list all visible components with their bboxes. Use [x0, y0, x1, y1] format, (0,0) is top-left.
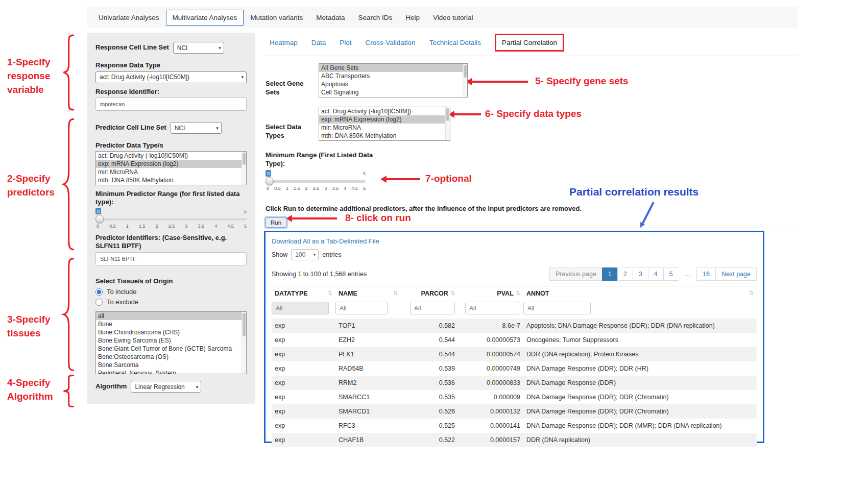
listbox-option[interactable]: mth: DNA 850K Methylation: [319, 132, 450, 140]
listbox-option[interactable]: Bone:Ewing Sarcoma (ES): [96, 336, 246, 345]
sort-icon[interactable]: ⇅: [450, 290, 455, 297]
listbox-option[interactable]: act: Drug Activity (-log10[IC50M]): [319, 107, 450, 115]
pagination-button[interactable]: 5: [663, 267, 679, 281]
scrollbar-thumb[interactable]: [464, 65, 467, 78]
column-filter-input[interactable]: [272, 302, 329, 314]
listbox-option[interactable]: mir: MicroRNA: [96, 168, 246, 176]
pagination-button[interactable]: 2: [617, 267, 633, 281]
result-tab[interactable]: Heatmap: [270, 39, 298, 46]
slider-value-badge: 0: [95, 208, 101, 214]
scrollbar-thumb[interactable]: [243, 313, 246, 336]
nav-tab[interactable]: Help: [399, 10, 426, 26]
result-tab[interactable]: Technical Details: [429, 39, 481, 46]
listbox-option[interactable]: Cell Signaling: [319, 88, 467, 96]
slider-track[interactable]: [95, 218, 247, 221]
nav-tab[interactable]: Univariate Analyses: [92, 10, 166, 26]
nav-tab[interactable]: Video tutorial: [426, 10, 480, 26]
slider-tick-label: 1: [126, 224, 129, 229]
listbox-option[interactable]: Bone:Giant Cell Tumor of Bone (GCTB) Sar…: [96, 345, 246, 353]
result-tab[interactable]: Plot: [340, 39, 351, 46]
scrollbar[interactable]: [463, 64, 467, 97]
column-header[interactable]: ⇅ DATATYPE: [272, 286, 335, 301]
sort-icon[interactable]: ⇅: [328, 290, 332, 297]
run-button[interactable]: Run: [266, 217, 286, 228]
slider-handle[interactable]: [95, 215, 104, 223]
column-header[interactable]: ⇅ NAME: [335, 286, 401, 301]
nav-tab[interactable]: Metadata: [309, 10, 351, 26]
pagination-button[interactable]: Previous page: [549, 267, 602, 281]
predictor-identifiers-label: Predictor Identifiers: (Case-Sensitive, …: [95, 234, 247, 251]
listbox-option[interactable]: Peripheral_Nervous_System: [96, 369, 246, 374]
column-header-label: DATATYPE: [275, 290, 308, 297]
listbox-option[interactable]: all: [96, 312, 246, 320]
pagination-button[interactable]: 4: [648, 267, 664, 281]
column-filter-input[interactable]: [465, 302, 520, 314]
sort-icon[interactable]: ⇅: [393, 290, 398, 297]
listbox-option[interactable]: exp: mRNA Expression (log2): [319, 115, 450, 124]
annotation-algorithm: 4-Specify Algorithm: [7, 376, 53, 403]
pagination-button[interactable]: 1: [602, 267, 618, 281]
app-window: Univariate Analyses Multivariate Analyse…: [0, 0, 868, 488]
sort-icon[interactable]: ⇅: [749, 290, 754, 297]
listbox-option[interactable]: exp: mRNA Expression (log2): [96, 160, 246, 168]
select-value: NCI: [177, 44, 188, 52]
page-size-select[interactable]: 100 ▾: [291, 249, 319, 260]
pagination-button[interactable]: Next page: [715, 267, 757, 281]
slider-max-label: 5: [244, 208, 247, 214]
listbox-option[interactable]: ABC Transporters: [319, 72, 467, 80]
radio-icon[interactable]: [95, 288, 103, 296]
nav-tab[interactable]: Mutation variants: [244, 10, 309, 26]
scrollbar[interactable]: [242, 312, 246, 374]
listbox-option[interactable]: Apoptosis: [319, 80, 467, 88]
pagination-button[interactable]: 16: [696, 267, 716, 281]
cell-pval: 0.0000141: [458, 419, 523, 433]
listbox-option[interactable]: act: Drug Activity (-log10[IC50M]): [96, 152, 246, 160]
listbox-option[interactable]: mir: MicroRNA: [319, 124, 450, 132]
slider-handle[interactable]: [266, 177, 274, 185]
min-range-label: Minimum Range (First Listed Data Type):: [266, 151, 375, 168]
pagination-button[interactable]: …: [679, 267, 697, 281]
result-tab[interactable]: Cross-Validation: [366, 39, 416, 46]
listbox-option[interactable]: Bone:Osteosarcoma (OS): [96, 353, 246, 361]
scrollbar[interactable]: [445, 107, 450, 140]
column-header[interactable]: ⇅ PARCOR: [401, 286, 458, 301]
nav-tab[interactable]: Search IDs: [351, 10, 399, 26]
listbox-option[interactable]: mth: DNA 850K Methylation: [96, 176, 246, 184]
chevron-down-icon: ▾: [216, 126, 219, 131]
response-data-type-select[interactable]: act: Drug Activity (-log10[IC50M]) ▾: [95, 71, 247, 83]
nav-tab[interactable]: Multivariate Analyses: [166, 10, 244, 26]
pagination-button[interactable]: 3: [633, 267, 648, 281]
result-tab[interactable]: Data: [311, 39, 326, 46]
download-link[interactable]: Download All as a Tab-Delimited File: [272, 237, 379, 245]
slider-tick-label: 5: [363, 186, 366, 191]
column-filter-input[interactable]: [410, 302, 455, 314]
tissue-radio-option[interactable]: To include: [95, 288, 247, 296]
predictor-data-types-listbox: act: Drug Activity (-log10[IC50M]) exp: …: [95, 151, 247, 185]
scrollbar-thumb[interactable]: [446, 108, 449, 121]
column-filter-input[interactable]: [335, 302, 388, 314]
slider-track[interactable]: [266, 180, 366, 183]
algorithm-select[interactable]: Linear Regression ▾: [131, 381, 201, 393]
tissue-radio-option[interactable]: To exclude: [95, 298, 247, 306]
radio-icon[interactable]: [95, 299, 103, 306]
predictor-cell-line-set-select[interactable]: NCI ▾: [171, 122, 222, 134]
predictor-identifiers-input[interactable]: [95, 252, 247, 265]
listbox-option[interactable]: Bone:Chondrosarcoma (CHS): [96, 328, 246, 336]
listbox-option[interactable]: All Gene Sets: [319, 64, 467, 72]
scrollbar-thumb[interactable]: [243, 153, 246, 165]
listbox-option[interactable]: Bone: [96, 320, 246, 328]
response-cell-line-set-select[interactable]: NCI ▾: [173, 42, 224, 54]
slider-tick-label: 3.5: [198, 224, 204, 229]
listbox-option[interactable]: Bone:Sarcoma: [96, 361, 246, 369]
scrollbar[interactable]: [242, 152, 246, 185]
column-header[interactable]: ⇅ ANNOT: [523, 286, 757, 301]
select-value: NCI: [175, 125, 185, 132]
cell-pval: 0.00000749: [458, 361, 523, 376]
result-tab[interactable]: Partial Correlation: [495, 34, 564, 52]
column-header[interactable]: ⇅ PVAL: [458, 286, 523, 301]
sort-icon[interactable]: ⇅: [516, 290, 520, 297]
cell-parcor: 0.526: [401, 404, 458, 419]
column-filter-input[interactable]: [523, 302, 591, 314]
response-identifier-input[interactable]: [95, 97, 247, 111]
input-panel: Response Cell Line Set NCI ▾ Response Da…: [87, 33, 255, 404]
